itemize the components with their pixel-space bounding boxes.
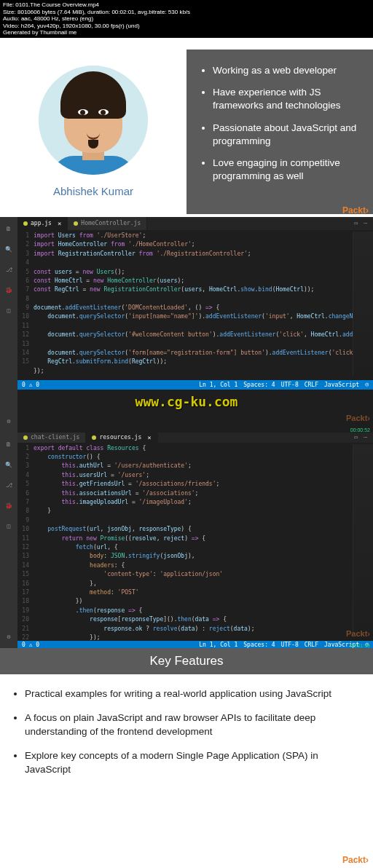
kf-item: Practical examples for writing a real-wo… xyxy=(25,687,358,701)
avatar xyxy=(39,66,148,175)
debug-icon[interactable]: 🐞 xyxy=(4,501,14,511)
files-icon[interactable]: 🗎 xyxy=(4,224,14,234)
timecode: 00:00:52 xyxy=(350,427,370,433)
tab-label: resources.js xyxy=(99,434,141,441)
files-icon[interactable]: 🗎 xyxy=(4,440,14,450)
split-editor-icon[interactable]: ▭ xyxy=(354,434,358,441)
js-file-icon xyxy=(23,435,28,440)
meta-line: Video: h264, yuv420p, 1920x1080, 30.00 f… xyxy=(3,23,370,30)
brand-packt: Packt› xyxy=(346,414,370,422)
search-icon[interactable]: 🔍 xyxy=(4,245,14,255)
timecode: 00:01:19 xyxy=(350,643,370,648)
profile-bullet: Working as a web developer xyxy=(213,64,357,77)
code-content: export default class Resources { constru… xyxy=(34,444,353,636)
more-icon[interactable]: ⋯ xyxy=(364,220,367,226)
profile-name: Abhishek Kumar xyxy=(53,185,133,197)
js-file-icon xyxy=(23,221,28,226)
minimap[interactable] xyxy=(353,232,373,376)
status-bar: 0 ⚠ 0 Ln 1, Col 1 Spaces: 4 UTF-8 CRLF J… xyxy=(17,641,373,648)
status-eol[interactable]: CRLF xyxy=(305,642,318,648)
tab-homecontroller-js[interactable]: HomeController.js xyxy=(68,217,147,230)
status-encoding[interactable]: UTF-8 xyxy=(281,642,299,648)
status-language[interactable]: JavaScript xyxy=(324,382,359,388)
activity-bar: 🗎 🔍 ⎇ 🐞 ◫ ⚙ xyxy=(0,433,17,648)
kf-title: Key Features xyxy=(0,648,373,674)
kf-item: A focus on plain JavaScript and raw brow… xyxy=(25,711,358,739)
debug-icon[interactable]: 🐞 xyxy=(4,285,14,296)
js-file-icon xyxy=(92,435,96,440)
editor-panel-1: 🗎 🔍 ⎇ 🐞 ◫ ⚙ app.js × HomeController.js ▭… xyxy=(0,217,373,433)
brand-packt: Packt› xyxy=(342,855,369,865)
minimap[interactable] xyxy=(353,444,373,636)
activity-bar: 🗎 🔍 ⎇ 🐞 ◫ ⚙ xyxy=(0,217,17,433)
status-encoding[interactable]: UTF-8 xyxy=(281,382,299,388)
close-icon[interactable]: × xyxy=(147,434,151,441)
brand-packt: Packt› xyxy=(346,629,370,638)
kf-item: Explore key concepts of a modern Single … xyxy=(25,749,358,777)
tab-chat-client-js[interactable]: chat-client.js xyxy=(17,433,86,443)
split-editor-icon[interactable]: ▭ xyxy=(354,220,358,226)
extensions-icon[interactable]: ◫ xyxy=(4,521,14,532)
editor-panel-2: 🗎 🔍 ⎇ 🐞 ◫ ⚙ chat-client.js resources.js … xyxy=(0,433,373,648)
brand-packt: Packt› xyxy=(342,205,369,216)
line-gutter: 1 2 3 4 5 6 7 8 9 10 11 12 13 14 15 16 1… xyxy=(17,444,29,641)
watermark-text: www.cg-ku.com xyxy=(0,394,373,409)
editor-tabs: app.js × HomeController.js ▭ ⋯ xyxy=(17,217,373,230)
file-meta: File: 0101.The Course Overview.mp4 Size:… xyxy=(0,0,373,38)
status-eol[interactable]: CRLF xyxy=(305,382,318,388)
status-problems[interactable]: 0 ⚠ 0 xyxy=(22,382,39,388)
extensions-icon[interactable]: ◫ xyxy=(4,306,14,316)
git-icon[interactable]: ⎇ xyxy=(4,481,14,491)
line-gutter: 1 2 3 4 5 6 7 8 9 10 11 12 13 14 15 xyxy=(17,232,29,367)
status-cursor[interactable]: Ln 1, Col 1 xyxy=(199,382,237,388)
profile-slide: Abhishek Kumar Working as a web develope… xyxy=(0,38,373,217)
close-icon[interactable]: × xyxy=(58,220,61,227)
status-cursor[interactable]: Ln 1, Col 1 xyxy=(199,642,237,648)
profile-bullet: Have experience with JS frameworks and t… xyxy=(213,86,357,112)
editor-body[interactable]: 1 2 3 4 5 6 7 8 9 10 11 12 13 14 15 16 1… xyxy=(17,443,373,641)
search-icon[interactable]: 🔍 xyxy=(4,460,14,470)
gear-icon[interactable]: ⚙ xyxy=(4,417,14,427)
meta-line: File: 0101.The Course Overview.mp4 xyxy=(3,1,370,9)
gear-icon[interactable]: ⚙ xyxy=(4,632,14,642)
tab-label: chat-client.js xyxy=(31,434,79,441)
profile-bullets: Working as a web developer Have experien… xyxy=(186,50,373,214)
editor-body[interactable]: 1 2 3 4 5 6 7 8 9 10 11 12 13 14 15 impo… xyxy=(17,230,373,380)
editor-tabs: chat-client.js resources.js × ▭ ⋯ xyxy=(17,433,373,443)
tab-label: HomeController.js xyxy=(81,220,141,226)
meta-line: Size: 8010606 bytes (7.64 MiB), duration… xyxy=(3,9,370,16)
status-problems[interactable]: 0 ⚠ 0 xyxy=(22,642,39,648)
profile-left: Abhishek Kumar xyxy=(0,50,186,214)
git-icon[interactable]: ⎇ xyxy=(4,265,14,275)
status-spaces[interactable]: Spaces: 4 xyxy=(243,642,275,648)
tab-resources-js[interactable]: resources.js × xyxy=(86,433,157,443)
status-spaces[interactable]: Spaces: 4 xyxy=(243,382,275,388)
more-icon[interactable]: ⋯ xyxy=(364,434,367,441)
code-content: import Users from './UserStore'; import … xyxy=(34,232,353,376)
meta-line: Audio: aac, 48000 Hz, stereo (eng) xyxy=(3,15,370,23)
profile-bullet: Passionate about JavaScript and programm… xyxy=(213,122,357,148)
tab-label: app.js xyxy=(31,220,52,226)
profile-bullet: Love engaging in competitive programming… xyxy=(213,157,357,183)
js-file-icon xyxy=(74,221,78,226)
tab-app-js[interactable]: app.js × xyxy=(17,217,68,230)
status-bar: 0 ⚠ 0 Ln 1, Col 1 Spaces: 4 UTF-8 CRLF J… xyxy=(17,380,373,390)
status-feedback-icon[interactable]: ☺ xyxy=(365,382,369,388)
kf-list: Practical examples for writing a real-wo… xyxy=(25,687,358,776)
meta-line: Generated by Thumbnail me xyxy=(3,29,370,36)
key-features-slide: Key Features Practical examples for writ… xyxy=(0,648,373,867)
